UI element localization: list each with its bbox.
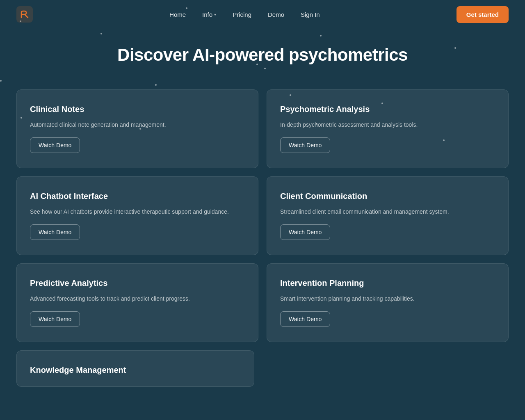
watch-demo-button-ai-chatbot[interactable]: Watch Demo bbox=[30, 224, 80, 240]
feature-card-knowledge-management: Knowledge Management bbox=[16, 350, 254, 387]
feature-title-clinical-notes: Clinical Notes bbox=[30, 105, 245, 114]
feature-title-client-communication: Client Communication bbox=[280, 192, 495, 201]
nav-pricing[interactable]: Pricing bbox=[226, 8, 258, 21]
feature-card-intervention-planning: Intervention Planning Smart intervention… bbox=[267, 263, 509, 342]
feature-title-psychometric-analysis: Psychometric Analysis bbox=[280, 105, 495, 114]
features-grid: Clinical Notes Automated clinical note g… bbox=[16, 89, 509, 342]
logo[interactable] bbox=[16, 6, 33, 23]
watch-demo-button-intervention-planning[interactable]: Watch Demo bbox=[280, 311, 330, 327]
feature-card-psychometric-analysis: Psychometric Analysis In-depth psychomet… bbox=[267, 89, 509, 168]
feature-description-intervention-planning: Smart intervention planning and tracking… bbox=[280, 294, 495, 303]
nav-demo[interactable]: Demo bbox=[261, 8, 291, 21]
feature-description-predictive-analytics: Advanced forecasting tools to track and … bbox=[30, 294, 245, 303]
nav-signin[interactable]: Sign In bbox=[294, 8, 326, 21]
main-content: Discover AI-powered psychometrics Clinic… bbox=[0, 45, 525, 387]
hero-heading: Discover AI-powered psychometrics bbox=[16, 45, 509, 65]
feature-card-predictive-analytics: Predictive Analytics Advanced forecastin… bbox=[16, 263, 258, 342]
feature-description-ai-chatbot: See how our AI chatbots provide interact… bbox=[30, 208, 245, 216]
watch-demo-button-predictive-analytics[interactable]: Watch Demo bbox=[30, 311, 80, 327]
watch-demo-button-clinical-notes[interactable]: Watch Demo bbox=[30, 137, 80, 153]
feature-description-clinical-notes: Automated clinical note generation and m… bbox=[30, 121, 245, 129]
feature-card-client-communication: Client Communication Streamlined client … bbox=[267, 176, 509, 255]
watch-demo-button-psychometric-analysis[interactable]: Watch Demo bbox=[280, 137, 330, 153]
chevron-down-icon: ▾ bbox=[214, 12, 216, 17]
nav-links: Home Info ▾ Pricing Demo Sign In bbox=[163, 8, 326, 21]
get-started-button[interactable]: Get started bbox=[457, 6, 509, 23]
navbar: Home Info ▾ Pricing Demo Sign In Get sta… bbox=[0, 0, 525, 29]
feature-card-ai-chatbot: AI Chatbot Interface See how our AI chat… bbox=[16, 176, 258, 255]
nav-home[interactable]: Home bbox=[163, 8, 192, 21]
feature-title-ai-chatbot: AI Chatbot Interface bbox=[30, 192, 245, 201]
feature-description-psychometric-analysis: In-depth psychometric assessment and ana… bbox=[280, 121, 495, 129]
feature-card-clinical-notes: Clinical Notes Automated clinical note g… bbox=[16, 89, 258, 168]
feature-title-predictive-analytics: Predictive Analytics bbox=[30, 278, 245, 288]
feature-description-client-communication: Streamlined client email communication a… bbox=[280, 208, 495, 216]
watch-demo-button-client-communication[interactable]: Watch Demo bbox=[280, 224, 330, 240]
feature-title-knowledge-management: Knowledge Management bbox=[30, 365, 241, 375]
feature-title-intervention-planning: Intervention Planning bbox=[280, 278, 495, 288]
nav-info[interactable]: Info ▾ bbox=[196, 8, 223, 21]
